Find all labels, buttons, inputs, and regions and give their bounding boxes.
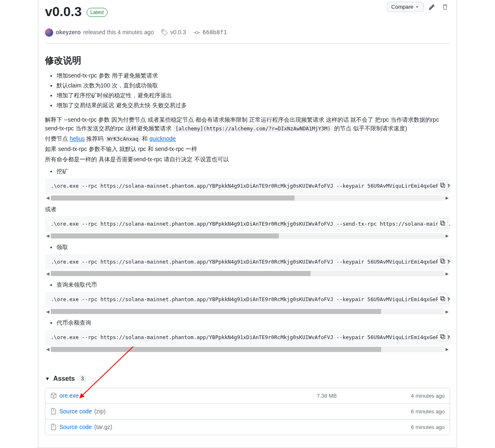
edit-button[interactable] (427, 2, 437, 12)
tag-link[interactable]: v0.0.3 (161, 28, 186, 37)
horizontal-scrollbar[interactable]: ◀▶ (45, 309, 450, 314)
copy-button[interactable] (438, 332, 448, 342)
explain-p1: 解释下 --send-tx-rpc 参数 因为付费节点 或者某些稳定节点 都会有… (45, 116, 450, 133)
released-text: released this 4 minutes ago (83, 28, 154, 37)
section-label: 挖矿 (57, 167, 450, 176)
svg-rect-4 (441, 222, 445, 225)
svg-rect-7 (441, 259, 444, 262)
helius-link[interactable]: helius (70, 135, 85, 142)
changelog-item: 增加了交易结果的延迟 避免交易太快 失败交易过多 (57, 101, 450, 110)
svg-point-1 (196, 31, 198, 34)
code-block[interactable]: .\ore.exe --rpc https://solana-mainnet.p… (45, 178, 450, 194)
svg-rect-2 (441, 184, 445, 187)
section-label: 领取 (57, 243, 450, 252)
svg-rect-3 (441, 183, 444, 186)
quicknode-link[interactable]: quicknode (149, 135, 176, 142)
release-meta: okeyzero released this 4 minutes ago v0.… (45, 28, 450, 44)
asset-row: Source code (zip)6 minutes ago (45, 403, 450, 419)
file-zip-icon (50, 408, 57, 415)
assets-list: ore.exe7.38 MB4 minutes agoSource code (… (45, 388, 450, 435)
asset-link[interactable]: Source code (tar.gz) (50, 423, 317, 431)
latest-badge: Latest (87, 8, 108, 17)
code-block[interactable]: .\ore.exe --rpc https://solana-mainnet.p… (45, 292, 450, 308)
section-label: 代币余额查询 (57, 318, 450, 327)
explain-p4: 所有命令都是一样的 具体是否需要send-tx-rpc 请自行决定 不设置也可以 (45, 155, 450, 164)
copy-icon (440, 296, 446, 302)
tag-text: v0.0.3 (170, 28, 186, 37)
changelog-item: 增加了程序挖矿时候的稳定性，避免程序退出 (57, 91, 450, 100)
asset-time: 6 minutes ago (379, 408, 445, 416)
asset-row: ore.exe7.38 MB4 minutes ago (45, 388, 450, 403)
code-block[interactable]: .\ore.exe --rpc https://solana-mainnet.p… (45, 216, 450, 232)
horizontal-scrollbar[interactable]: ◀▶ (45, 233, 450, 239)
svg-rect-10 (441, 335, 445, 339)
asset-link[interactable]: ore.exe (50, 391, 317, 400)
asset-time: 6 minutes ago (379, 423, 445, 431)
copy-button[interactable] (438, 218, 448, 228)
package-icon (50, 392, 57, 399)
svg-rect-5 (441, 221, 444, 224)
assets-title: Assets (53, 374, 75, 384)
section-label: 或者 (45, 205, 450, 214)
explain-p3: 如果 send-tx-rpc 参数不输入 就默认 rpc 和 send-tx-r… (45, 145, 450, 153)
copy-button[interactable] (438, 180, 448, 190)
assets-count: 3 (78, 375, 87, 383)
inline-code: WrK3cAnxaq (105, 135, 140, 142)
commit-link[interactable]: 668b8f1 (193, 28, 227, 37)
changelog-item: 增加send-tx-rpc 参数 用于避免频繁请求 (57, 71, 450, 80)
code-block[interactable]: .\ore.exe --rpc https://solana-mainnet.p… (45, 254, 450, 270)
copy-button[interactable] (438, 256, 448, 266)
explain-p2: 付费节点 helius 推荐码 WrK3cAnxaq 和 quicknode (45, 134, 450, 143)
svg-rect-11 (441, 335, 444, 338)
asset-link[interactable]: Source code (zip) (50, 407, 317, 416)
section-label: 查询未领取代币 (57, 281, 450, 289)
author-link[interactable]: okeyzero (56, 28, 81, 37)
copy-button[interactable] (438, 294, 448, 304)
compare-label: Compare (391, 4, 413, 10)
compare-button[interactable]: Compare (387, 2, 424, 12)
changelog-list: 增加send-tx-rpc 参数 用于避免频繁请求默认claim 次数为100 … (45, 71, 450, 110)
copy-icon (440, 334, 446, 340)
commit-text: 668b8f1 (203, 28, 227, 37)
caret-down-icon (415, 5, 419, 9)
pencil-icon (429, 4, 435, 10)
body-heading: 修改说明 (45, 54, 450, 67)
commit-icon (193, 29, 200, 36)
asset-size: 7.38 MB (317, 392, 379, 400)
caret-down-icon: ▼ (45, 375, 50, 382)
tag-icon (161, 29, 168, 36)
asset-time: 4 minutes ago (379, 392, 445, 400)
delete-button[interactable] (440, 2, 450, 12)
assets-toggle[interactable]: ▼ Assets 3 (45, 371, 450, 388)
svg-rect-9 (441, 297, 444, 300)
release-title: v0.0.3 (45, 2, 82, 21)
file-zip-icon (50, 424, 57, 430)
trash-icon (442, 4, 448, 10)
avatar[interactable] (45, 28, 53, 37)
changelog-item: 默认claim 次数为100 次，直到成功领取 (57, 81, 450, 90)
inline-code: [alchemy](https://alchemy.com/?r=DIxNzAw… (173, 125, 332, 132)
svg-rect-8 (441, 298, 445, 301)
copy-icon (440, 220, 446, 226)
copy-icon (440, 182, 446, 188)
svg-point-0 (163, 30, 163, 31)
svg-rect-6 (441, 260, 445, 263)
copy-icon (440, 258, 446, 264)
horizontal-scrollbar[interactable]: ◀▶ (45, 347, 450, 352)
asset-row: Source code (tar.gz)6 minutes ago (45, 419, 450, 435)
release-body: 修改说明 增加send-tx-rpc 参数 用于避免频繁请求默认claim 次数… (45, 44, 450, 360)
horizontal-scrollbar[interactable]: ◀▶ (45, 271, 450, 276)
code-block[interactable]: .\ore.exe --rpc https://solana-mainnet.p… (45, 330, 450, 346)
horizontal-scrollbar[interactable]: ◀▶ (45, 195, 450, 201)
